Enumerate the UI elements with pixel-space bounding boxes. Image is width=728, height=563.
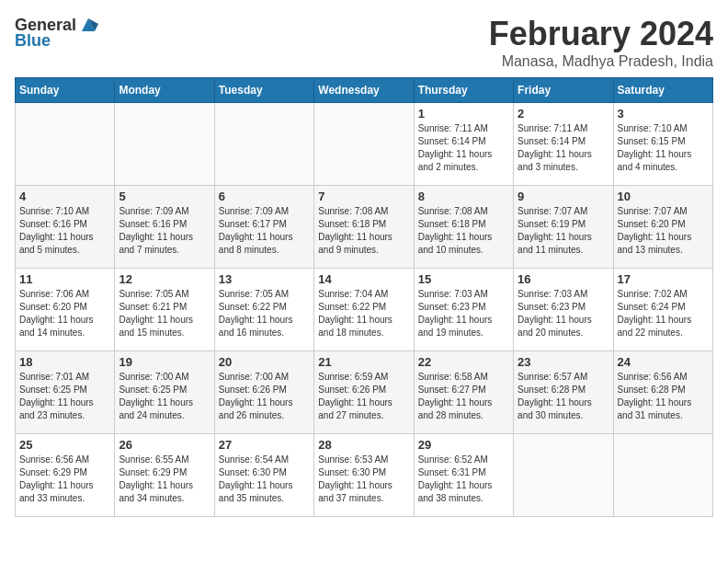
day-number: 28 [318,438,409,452]
logo-icon [78,15,98,35]
calendar-cell: 7Sunrise: 7:08 AM Sunset: 6:18 PM Daylig… [314,186,414,269]
day-info: Sunrise: 7:10 AM Sunset: 6:15 PM Dayligh… [618,122,709,174]
day-number: 16 [518,272,609,286]
day-number: 12 [119,272,210,286]
day-info: Sunrise: 7:07 AM Sunset: 6:19 PM Dayligh… [518,205,609,257]
calendar-cell: 18Sunrise: 7:01 AM Sunset: 6:25 PM Dayli… [16,351,115,434]
day-info: Sunrise: 7:06 AM Sunset: 6:20 PM Dayligh… [19,288,110,339]
day-info: Sunrise: 7:03 AM Sunset: 6:23 PM Dayligh… [418,288,509,339]
day-number: 8 [418,190,509,203]
calendar-cell: 19Sunrise: 7:00 AM Sunset: 6:25 PM Dayli… [115,351,214,434]
day-info: Sunrise: 7:01 AM Sunset: 6:25 PM Dayligh… [19,371,110,422]
day-info: Sunrise: 7:05 AM Sunset: 6:21 PM Dayligh… [119,288,210,339]
calendar-cell: 10Sunrise: 7:07 AM Sunset: 6:20 PM Dayli… [613,186,712,269]
calendar-cell: 12Sunrise: 7:05 AM Sunset: 6:21 PM Dayli… [115,269,214,351]
day-info: Sunrise: 7:00 AM Sunset: 6:26 PM Dayligh… [219,371,310,422]
calendar-cell [115,103,214,186]
calendar-cell: 29Sunrise: 6:52 AM Sunset: 6:31 PM Dayli… [414,434,513,517]
day-info: Sunrise: 6:53 AM Sunset: 6:30 PM Dayligh… [318,454,409,505]
day-info: Sunrise: 6:56 AM Sunset: 6:29 PM Dayligh… [19,454,110,505]
calendar-cell: 21Sunrise: 6:59 AM Sunset: 6:26 PM Dayli… [314,351,414,434]
dow-header: Thursday [414,78,513,103]
day-number: 14 [318,272,409,286]
calendar-subtitle: Manasa, Madhya Pradesh, India [489,53,713,70]
calendar-cell: 3Sunrise: 7:10 AM Sunset: 6:15 PM Daylig… [613,103,712,186]
day-number: 22 [418,355,509,369]
calendar-cell: 6Sunrise: 7:09 AM Sunset: 6:17 PM Daylig… [214,186,313,269]
day-number: 26 [119,438,210,452]
calendar-cell: 26Sunrise: 6:55 AM Sunset: 6:29 PM Dayli… [115,434,214,517]
day-number: 24 [618,355,709,369]
day-info: Sunrise: 7:05 AM Sunset: 6:22 PM Dayligh… [219,288,310,339]
day-info: Sunrise: 7:07 AM Sunset: 6:20 PM Dayligh… [618,205,709,257]
calendar-title: February 2024 [489,15,713,53]
day-number: 18 [19,355,110,369]
day-info: Sunrise: 7:11 AM Sunset: 6:14 PM Dayligh… [418,122,509,174]
calendar-cell: 24Sunrise: 6:56 AM Sunset: 6:28 PM Dayli… [613,351,712,434]
calendar-week-row: 11Sunrise: 7:06 AM Sunset: 6:20 PM Dayli… [16,269,713,351]
calendar-cell: 11Sunrise: 7:06 AM Sunset: 6:20 PM Dayli… [16,269,115,351]
calendar-cell [613,434,712,517]
calendar-table: SundayMondayTuesdayWednesdayThursdayFrid… [15,77,713,517]
day-number: 13 [219,272,310,286]
day-number: 7 [318,190,409,203]
day-info: Sunrise: 6:58 AM Sunset: 6:27 PM Dayligh… [418,371,509,422]
day-number: 1 [418,107,509,121]
day-number: 25 [19,438,110,452]
calendar-cell: 5Sunrise: 7:09 AM Sunset: 6:16 PM Daylig… [115,186,214,269]
day-number: 6 [219,190,310,203]
dow-header: Tuesday [214,78,313,103]
day-number: 3 [618,107,709,121]
day-of-week-row: SundayMondayTuesdayWednesdayThursdayFrid… [16,78,713,103]
logo: General Blue [15,15,98,51]
day-number: 19 [119,355,210,369]
day-info: Sunrise: 7:03 AM Sunset: 6:23 PM Dayligh… [518,288,609,339]
calendar-cell: 14Sunrise: 7:04 AM Sunset: 6:22 PM Dayli… [314,269,414,351]
dow-header: Saturday [613,78,712,103]
calendar-cell: 2Sunrise: 7:11 AM Sunset: 6:14 PM Daylig… [514,103,613,186]
calendar-week-row: 25Sunrise: 6:56 AM Sunset: 6:29 PM Dayli… [16,434,713,517]
dow-header: Sunday [16,78,115,103]
day-info: Sunrise: 7:08 AM Sunset: 6:18 PM Dayligh… [318,205,409,257]
calendar-cell: 28Sunrise: 6:53 AM Sunset: 6:30 PM Dayli… [314,434,414,517]
day-number: 15 [418,272,509,286]
day-info: Sunrise: 7:11 AM Sunset: 6:14 PM Dayligh… [518,122,609,174]
day-info: Sunrise: 7:04 AM Sunset: 6:22 PM Dayligh… [318,288,409,339]
day-number: 10 [618,190,709,203]
calendar-cell: 27Sunrise: 6:54 AM Sunset: 6:30 PM Dayli… [214,434,313,517]
header: General Blue February 2024 Manasa, Madhy… [15,15,713,70]
day-info: Sunrise: 7:08 AM Sunset: 6:18 PM Dayligh… [418,205,509,257]
calendar-cell [16,103,115,186]
day-info: Sunrise: 6:56 AM Sunset: 6:28 PM Dayligh… [618,371,709,422]
calendar-week-row: 4Sunrise: 7:10 AM Sunset: 6:16 PM Daylig… [16,186,713,269]
calendar-cell: 13Sunrise: 7:05 AM Sunset: 6:22 PM Dayli… [214,269,313,351]
calendar-cell: 17Sunrise: 7:02 AM Sunset: 6:24 PM Dayli… [613,269,712,351]
day-number: 21 [318,355,409,369]
calendar-cell: 9Sunrise: 7:07 AM Sunset: 6:19 PM Daylig… [514,186,613,269]
calendar-cell: 20Sunrise: 7:00 AM Sunset: 6:26 PM Dayli… [214,351,313,434]
day-info: Sunrise: 7:00 AM Sunset: 6:25 PM Dayligh… [119,371,210,422]
logo-text-blue: Blue [15,31,51,51]
day-number: 20 [219,355,310,369]
calendar-cell [214,103,313,186]
day-number: 4 [19,190,110,203]
day-info: Sunrise: 6:55 AM Sunset: 6:29 PM Dayligh… [119,454,210,505]
day-number: 27 [219,438,310,452]
title-area: February 2024 Manasa, Madhya Pradesh, In… [489,15,713,70]
day-info: Sunrise: 7:09 AM Sunset: 6:17 PM Dayligh… [219,205,310,257]
calendar-cell [314,103,414,186]
day-info: Sunrise: 6:52 AM Sunset: 6:31 PM Dayligh… [418,454,509,505]
calendar-cell: 8Sunrise: 7:08 AM Sunset: 6:18 PM Daylig… [414,186,513,269]
day-info: Sunrise: 6:54 AM Sunset: 6:30 PM Dayligh… [219,454,310,505]
calendar-cell: 25Sunrise: 6:56 AM Sunset: 6:29 PM Dayli… [16,434,115,517]
calendar-week-row: 1Sunrise: 7:11 AM Sunset: 6:14 PM Daylig… [16,103,713,186]
calendar-cell: 23Sunrise: 6:57 AM Sunset: 6:28 PM Dayli… [514,351,613,434]
calendar-cell: 4Sunrise: 7:10 AM Sunset: 6:16 PM Daylig… [16,186,115,269]
calendar-cell: 1Sunrise: 7:11 AM Sunset: 6:14 PM Daylig… [414,103,513,186]
day-number: 2 [518,107,609,121]
day-number: 29 [418,438,509,452]
day-number: 23 [518,355,609,369]
day-info: Sunrise: 7:10 AM Sunset: 6:16 PM Dayligh… [19,205,110,257]
dow-header: Wednesday [314,78,414,103]
dow-header: Friday [514,78,613,103]
